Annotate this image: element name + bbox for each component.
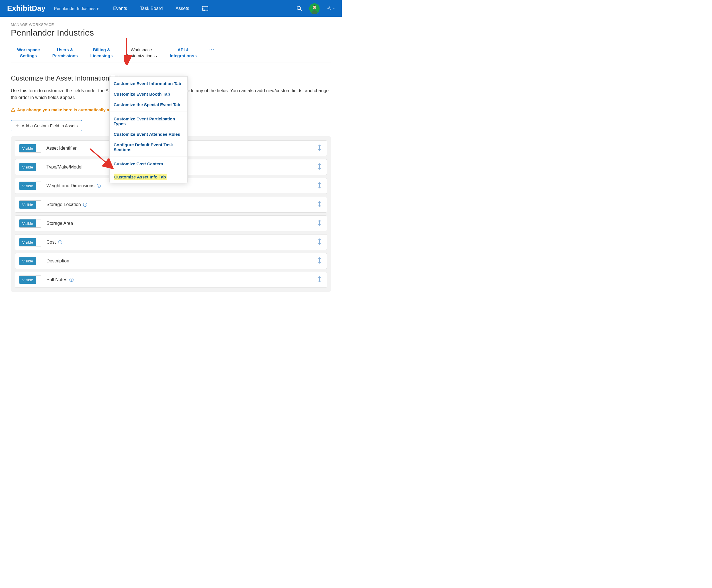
toggle-visible-label: Visible xyxy=(19,163,36,171)
warning-icon xyxy=(11,108,15,112)
menu-item[interactable]: Customize the Special Event Tab xyxy=(110,99,187,110)
visibility-toggle[interactable]: Visible xyxy=(19,219,41,228)
menu-item[interactable]: Customize Event Participation Types xyxy=(110,113,187,129)
visibility-toggle[interactable]: Visible xyxy=(19,144,41,152)
search-icon[interactable] xyxy=(297,6,302,12)
visibility-toggle[interactable]: Visible xyxy=(19,238,41,247)
toggle-visible-label: Visible xyxy=(19,201,36,209)
drag-handle-icon[interactable] xyxy=(317,237,323,247)
toggle-visible-label: Visible xyxy=(19,276,36,284)
menu-item[interactable]: Customize Event Booth Tab xyxy=(110,89,187,99)
tab-users-permissions[interactable]: Users & Permissions xyxy=(46,47,84,63)
tab-billing-licensing[interactable]: Billing & Licensing ▾ xyxy=(84,47,119,63)
add-custom-field-button[interactable]: ＋ Add a Custom Field to Assets xyxy=(11,120,82,131)
toggle-visible-label: Visible xyxy=(19,238,36,246)
field-row: VisibleCosti xyxy=(15,234,327,250)
toggle-handle xyxy=(36,201,41,209)
visibility-toggle[interactable]: Visible xyxy=(19,182,41,190)
chevron-down-icon: ▾ xyxy=(156,55,157,58)
svg-point-7 xyxy=(329,7,330,9)
drag-handle-icon[interactable] xyxy=(317,275,323,285)
page-title: Pennlander Industries xyxy=(11,28,331,38)
svg-point-1 xyxy=(297,6,301,10)
nav-events[interactable]: Events xyxy=(113,6,127,11)
menu-item[interactable]: Configure Default Event Task Sections xyxy=(110,140,187,155)
field-label: Pull Notesi xyxy=(46,277,74,282)
toggle-handle xyxy=(36,276,41,284)
info-icon[interactable]: i xyxy=(58,240,62,244)
info-icon[interactable]: i xyxy=(97,184,101,188)
menu-section-4: Customize Asset Info Tab xyxy=(110,171,187,183)
field-label: Description xyxy=(46,258,69,264)
menu-section-1: Customize Event Information TabCustomize… xyxy=(110,77,187,112)
logo[interactable]: ExhibitDay xyxy=(7,4,45,13)
chevron-down-icon: ▾ xyxy=(196,55,197,58)
page-content: MANAGE WORKSPACE Pennlander Industries W… xyxy=(0,17,342,303)
toggle-handle xyxy=(36,219,41,227)
svg-point-9 xyxy=(13,111,13,111)
visibility-toggle[interactable]: Visible xyxy=(19,275,41,284)
field-label: Type/Make/Model xyxy=(46,165,82,170)
drag-handle-icon[interactable] xyxy=(317,143,323,153)
field-row: VisibleDescription xyxy=(15,253,327,269)
menu-item[interactable]: Customize Cost Centers xyxy=(110,159,187,169)
menu-section-3: Customize Cost Centers xyxy=(110,157,187,171)
visibility-toggle[interactable]: Visible xyxy=(19,201,41,209)
menu-section-2: Customize Event Participation TypesCusto… xyxy=(110,112,187,157)
cast-icon[interactable] xyxy=(202,6,208,11)
field-row: VisibleStorage Locationi xyxy=(15,197,327,213)
svg-line-2 xyxy=(300,9,302,11)
field-label: Asset Identifier xyxy=(46,146,77,151)
menu-item[interactable]: Customize Event Information Tab xyxy=(110,78,187,89)
toggle-visible-label: Visible xyxy=(19,182,36,190)
toggle-handle xyxy=(36,238,41,246)
field-label: Weight and Dimensionsi xyxy=(46,183,101,188)
gear-icon[interactable]: ▾ xyxy=(327,6,334,12)
nav-task-board[interactable]: Task Board xyxy=(140,6,163,11)
toggle-visible-label: Visible xyxy=(19,144,36,152)
drag-handle-icon[interactable] xyxy=(317,181,323,191)
drag-handle-icon[interactable] xyxy=(317,218,323,228)
menu-item[interactable]: Customize Event Attendee Roles xyxy=(110,129,187,140)
toggle-handle xyxy=(36,257,41,265)
menu-item-customize-asset-info[interactable]: Customize Asset Info Tab xyxy=(114,174,167,180)
chevron-down-icon: ▾ xyxy=(97,6,99,11)
breadcrumb: MANAGE WORKSPACE xyxy=(11,22,331,27)
toggle-handle xyxy=(36,144,41,152)
tab-api-integrations[interactable]: API & Integrations ▾ xyxy=(163,47,203,63)
app-header: ExhibitDay Pennlander Industries ▾ Event… xyxy=(0,0,342,17)
toggle-visible-label: Visible xyxy=(19,219,36,227)
field-row: VisibleStorage Area xyxy=(15,215,327,231)
svg-point-5 xyxy=(313,7,314,8)
info-icon[interactable]: i xyxy=(83,203,87,207)
field-label: Storage Area xyxy=(46,221,73,226)
info-icon[interactable]: i xyxy=(69,278,74,282)
main-nav: Events Task Board Assets xyxy=(113,6,208,11)
tab-workspace-customizations[interactable]: Workspace Customizations ▾ xyxy=(119,47,163,63)
visibility-toggle[interactable]: Visible xyxy=(19,257,41,265)
nav-assets[interactable]: Assets xyxy=(176,6,189,11)
tab-workspace-settings[interactable]: Workspace Settings xyxy=(11,47,46,63)
field-label: Costi xyxy=(46,240,62,245)
toggle-handle xyxy=(36,163,41,171)
workspace-customizations-dropdown: Customize Event Information TabCustomize… xyxy=(109,76,188,183)
header-right: ▾ xyxy=(297,3,334,14)
avatar[interactable] xyxy=(309,3,320,14)
field-row: VisiblePull Notesi xyxy=(15,272,327,288)
drag-handle-icon[interactable] xyxy=(317,162,323,172)
toggle-visible-label: Visible xyxy=(19,257,36,265)
tabs-bar: Workspace Settings Users & Permissions B… xyxy=(11,47,331,63)
more-tabs-icon[interactable]: ⋮ xyxy=(206,47,218,63)
plus-icon: ＋ xyxy=(15,123,20,129)
drag-handle-icon[interactable] xyxy=(317,256,323,266)
chevron-down-icon: ▾ xyxy=(111,55,113,58)
field-label: Storage Locationi xyxy=(46,202,87,207)
chevron-down-icon: ▾ xyxy=(333,7,334,10)
workspace-selector[interactable]: Pennlander Industries ▾ xyxy=(54,6,99,11)
workspace-selector-label: Pennlander Industries xyxy=(54,6,96,11)
drag-handle-icon[interactable] xyxy=(317,200,323,209)
toggle-handle xyxy=(36,182,41,190)
svg-point-6 xyxy=(315,7,316,8)
visibility-toggle[interactable]: Visible xyxy=(19,163,41,171)
